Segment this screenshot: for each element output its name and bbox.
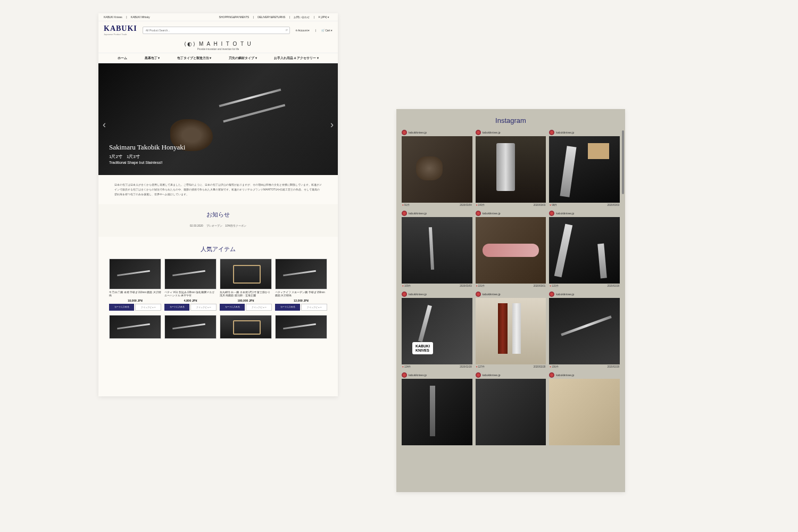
instagram-post[interactable]: kabukiknives.jp: [549, 372, 620, 445]
instagram-post[interactable]: kabukiknives.jp 101件 2020/03/01: [476, 211, 546, 288]
instagram-username: kabukiknives.jp: [556, 212, 574, 215]
scrollbar[interactable]: [622, 130, 624, 194]
product-card[interactable]: [164, 315, 217, 339]
product-image[interactable]: [109, 259, 161, 289]
topbar-link-shopping[interactable]: SHOPPING&PAYMENTS: [219, 15, 250, 19]
product-card[interactable]: [220, 315, 272, 339]
instagram-user[interactable]: kabukiknives.jp: [476, 211, 546, 216]
divider: |: [289, 15, 290, 19]
nav-accessories[interactable]: お手入れ用品 & アクセサリー ▾: [274, 56, 319, 60]
instagram-user[interactable]: kabukiknives.jp: [549, 292, 620, 297]
instagram-post[interactable]: kabukiknives.jp 105件 2020/03/03: [402, 211, 472, 288]
carousel-prev-icon[interactable]: ‹: [103, 119, 106, 130]
account-link[interactable]: ♔ Account ▾: [295, 29, 310, 32]
avatar-icon: [476, 211, 481, 216]
quick-view-button[interactable]: クイックビュー: [246, 304, 272, 311]
add-to-cart-button[interactable]: カートに入れる: [164, 304, 189, 311]
instagram-image[interactable]: [549, 136, 620, 203]
news-section: お知らせ 02.03.2020 プレオープン 10%割引クーポン: [98, 204, 338, 237]
divider: |: [126, 15, 127, 19]
instagram-user[interactable]: kabukiknives.jp: [402, 211, 472, 216]
instagram-user[interactable]: kabukiknives.jp: [476, 372, 546, 378]
instagram-post[interactable]: kabukiknives.jp 115件 2020/02/28: [549, 211, 620, 288]
product-card[interactable]: ペティナイフ スエーデン鋼 手研ぎ 150mm 鏡面 片刃特殊 12,000 J…: [275, 259, 327, 311]
instagram-grid: kabukiknives.jp 91件 2020/03/04 kabukikni…: [396, 130, 625, 445]
quick-view-button[interactable]: クイックビュー: [301, 304, 327, 311]
instagram-post[interactable]: kabukiknives.jp 127件 2020/02/28: [476, 292, 546, 369]
instagram-post[interactable]: kabukiknives.jp: [402, 372, 472, 445]
topbar-link-contact[interactable]: お問い合わせ: [294, 15, 310, 19]
quick-view-button[interactable]: クイックビュー: [135, 304, 161, 311]
nav-type-method[interactable]: 包丁タイプと製造方法 ▾: [177, 56, 212, 60]
product-image[interactable]: [220, 315, 272, 339]
instagram-username: kabukiknives.jp: [409, 131, 427, 134]
instagram-image[interactable]: [549, 379, 620, 445]
header-actions: ♔ Account ▾ | 🛒 Cart ▾: [295, 29, 332, 32]
instagram-image[interactable]: [476, 379, 546, 445]
product-name: ペティ VG1 割込み 135mm 強化積層マホガニーハンドル 木サヤ付: [164, 291, 217, 297]
instagram-post[interactable]: kabukiknives.jp 156件 2020/02/28: [549, 292, 620, 369]
product-image[interactable]: [275, 315, 327, 339]
currency-selector[interactable]: ¥ (JP¥) ▾: [318, 15, 329, 19]
product-image[interactable]: [164, 259, 217, 289]
add-to-cart-button[interactable]: カートに入れる: [109, 304, 134, 311]
instagram-user[interactable]: kabukiknives.jp: [402, 292, 472, 297]
nav-kuromaku[interactable]: 黒幕包丁 ▾: [145, 56, 160, 60]
search-icon[interactable]: ⌕: [286, 28, 288, 31]
product-card[interactable]: 先丸蛸引 白一鋼 水本焼 1尺1寸 富士掛かり流月 両鏡面 鍛冶師：玄海正國 1…: [220, 259, 272, 311]
nav-steel-type[interactable]: 刃先の鋼材タイプ ▾: [229, 56, 257, 60]
avatar-icon: [402, 211, 407, 216]
product-image[interactable]: [164, 315, 217, 339]
logo[interactable]: KABUKI Japanese Product Trade: [104, 24, 137, 36]
avatar-icon: [549, 211, 554, 216]
topbar-link-knives[interactable]: KABUKI Knives: [104, 15, 122, 19]
instagram-image[interactable]: [549, 217, 620, 284]
product-card[interactable]: 牛刀 白二鋼 本焼 手研ぎ 210mm 鏡面 片刃特殊 18,000 JP¥ カ…: [109, 259, 161, 311]
news-item[interactable]: 02.03.2020 プレオープン 10%割引クーポン: [98, 224, 338, 227]
instagram-date: 2020/02/28: [460, 365, 472, 368]
instagram-image[interactable]: [402, 379, 472, 445]
instagram-user[interactable]: kabukiknives.jp: [402, 372, 472, 378]
instagram-user[interactable]: kabukiknives.jp: [476, 130, 546, 135]
instagram-user[interactable]: kabukiknives.jp: [402, 130, 472, 135]
instagram-post[interactable]: kabukiknives.jp 91件 2020/03/04: [402, 130, 472, 207]
instagram-image[interactable]: [402, 298, 472, 364]
add-to-cart-button[interactable]: カートに入れる: [220, 304, 245, 311]
instagram-user[interactable]: kabukiknives.jp: [549, 211, 620, 216]
instagram-user[interactable]: kabukiknives.jp: [549, 372, 620, 378]
instagram-image[interactable]: [476, 217, 546, 284]
instagram-username: kabukiknives.jp: [483, 212, 501, 215]
instagram-panel: Instagram kabukiknives.jp 91件 2020/03/04…: [396, 109, 625, 492]
product-image[interactable]: [109, 315, 161, 339]
instagram-image[interactable]: [402, 136, 472, 203]
quick-view-button[interactable]: クイックビュー: [190, 304, 217, 311]
instagram-post[interactable]: kabukiknives.jp 124件 2020/02/28: [402, 292, 472, 369]
product-card[interactable]: [275, 315, 327, 339]
avatar-icon: [476, 130, 481, 135]
search-input[interactable]: [143, 27, 290, 34]
carousel-next-icon[interactable]: ›: [330, 119, 334, 130]
add-to-cart-button[interactable]: カートに入れる: [275, 304, 300, 311]
product-image[interactable]: [220, 259, 272, 289]
hero-subtitle-2: Traditional Shape but Stainless!!: [109, 161, 185, 164]
product-name: ペティナイフ スエーデン鋼 手研ぎ 150mm 鏡面 片刃特殊: [275, 291, 327, 297]
product-card[interactable]: [109, 315, 161, 339]
instagram-image[interactable]: [476, 298, 546, 364]
instagram-meta: 98件 2020/03/03: [549, 203, 620, 207]
popular-title: 人気アイテム: [109, 245, 327, 253]
instagram-user[interactable]: kabukiknives.jp: [549, 130, 620, 135]
instagram-post[interactable]: kabukiknives.jp: [476, 372, 546, 445]
product-card[interactable]: ペティ VG1 割込み 135mm 強化積層マホガニーハンドル 木サヤ付 4,8…: [164, 259, 217, 311]
instagram-user[interactable]: kabukiknives.jp: [476, 292, 546, 297]
instagram-post[interactable]: kabukiknives.jp 140件 2020/03/03: [476, 130, 546, 207]
nav-home[interactable]: ホーム: [118, 56, 127, 60]
instagram-post[interactable]: kabukiknives.jp 98件 2020/03/03: [549, 130, 620, 207]
avatar-icon: [549, 372, 554, 378]
topbar-link-whisky[interactable]: KABUKI Whisky: [131, 15, 150, 19]
topbar-link-delivery[interactable]: DELIVERY&RETURNS: [257, 15, 285, 19]
product-image[interactable]: [275, 259, 327, 289]
instagram-image[interactable]: [402, 217, 472, 284]
instagram-image[interactable]: [549, 298, 620, 364]
cart-link[interactable]: 🛒 Cart ▾: [321, 29, 332, 32]
instagram-image[interactable]: [476, 136, 546, 203]
